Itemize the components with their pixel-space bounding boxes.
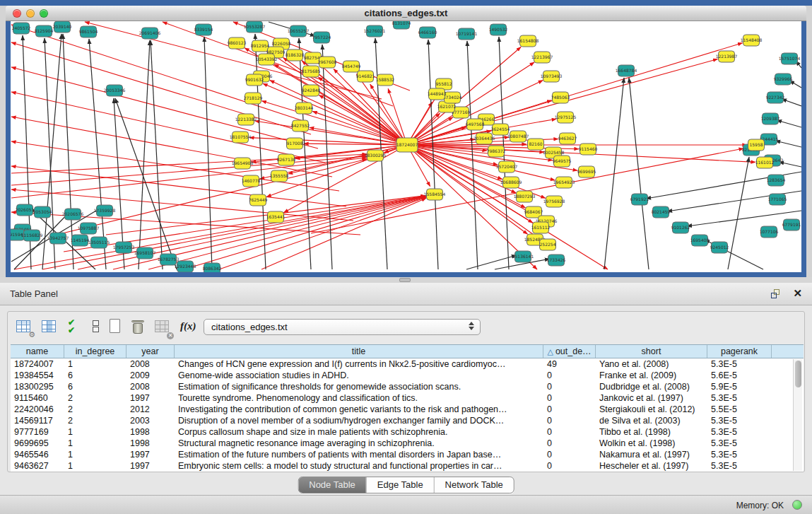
table-cell[interactable]: 1	[64, 426, 126, 438]
table-row[interactable]: 969969511998Structural magnetic resonanc…	[11, 438, 804, 449]
graph-edge[interactable]	[782, 99, 801, 106]
graph-node[interactable]	[303, 66, 319, 77]
graph-edge[interactable]	[268, 51, 407, 145]
table-cell[interactable]: 0	[543, 370, 596, 381]
table-cell[interactable]: 18300295	[11, 381, 64, 392]
graph-node[interactable]	[757, 157, 773, 168]
graph-edge[interactable]	[89, 39, 106, 269]
table-cell[interactable]: 1	[64, 460, 126, 472]
table-settings-button[interactable]: ⚙	[15, 318, 33, 337]
table-cell[interactable]: 1998	[126, 426, 175, 438]
table-row[interactable]: 1830029562008Estimation of significance …	[11, 381, 804, 392]
graph-node[interactable]	[54, 21, 71, 33]
create-table-button[interactable]	[107, 318, 125, 337]
table-cell[interactable]: 5.9E-5	[707, 381, 772, 392]
graph-node[interactable]	[554, 156, 570, 167]
table-cell[interactable]: 6	[64, 381, 126, 392]
table-cell[interactable]: 22420046	[11, 404, 64, 415]
graph-node[interactable]	[503, 177, 519, 188]
table-cell[interactable]: Jankovic et al. (1997)	[596, 392, 707, 404]
graph-node[interactable]	[204, 263, 220, 272]
graph-node[interactable]	[394, 21, 410, 29]
graph-node[interactable]	[229, 37, 245, 49]
graph-node[interactable]	[252, 40, 269, 52]
graph-node[interactable]	[499, 161, 515, 173]
graph-node[interactable]	[719, 51, 735, 62]
graph-node[interactable]	[476, 133, 493, 144]
graph-node[interactable]	[250, 194, 266, 206]
table-cell[interactable]: 2	[64, 392, 126, 404]
table-cell[interactable]: 1	[64, 358, 126, 370]
graph-node[interactable]	[768, 175, 784, 186]
tab-node-table[interactable]: Node Table	[298, 477, 366, 493]
table-cell[interactable]: Franke et al. (2009)	[596, 370, 707, 381]
table-cell[interactable]: Wolkin et al. (1998)	[596, 438, 707, 449]
graph-node[interactable]	[367, 25, 383, 37]
graph-node[interactable]	[553, 92, 569, 103]
graph-node[interactable]	[420, 27, 436, 38]
table-cell[interactable]: Tibbo et al. (1998)	[596, 426, 707, 438]
graph-edge[interactable]	[629, 78, 649, 269]
graph-node[interactable]	[287, 49, 303, 61]
graph-node[interactable]	[11, 229, 25, 240]
graph-edge[interactable]	[322, 45, 332, 269]
graph-node[interactable]	[517, 191, 533, 202]
graph-node[interactable]	[534, 52, 551, 63]
graph-node[interactable]	[784, 219, 800, 230]
splitter-grip-icon[interactable]	[399, 278, 411, 282]
table-cell[interactable]: 0	[543, 460, 596, 472]
graph-node[interactable]	[24, 230, 40, 241]
graph-node[interactable]	[775, 74, 792, 85]
table-row[interactable]: 946554611997Estimation of the future num…	[11, 449, 804, 460]
network-canvas[interactable]: 1872400718300295240557281259042039140986…	[11, 21, 801, 272]
table-cell[interactable]: Stergiakouli et al. (2012)	[596, 404, 707, 415]
table-cell[interactable]: 0	[543, 449, 596, 460]
table-cell[interactable]: 0	[543, 392, 596, 404]
graph-node[interactable]	[81, 26, 97, 37]
graph-node[interactable]	[467, 119, 483, 130]
graph-edge[interactable]	[11, 67, 318, 148]
table-cell[interactable]: Structural magnetic resonance image aver…	[175, 438, 543, 449]
graph-node[interactable]	[271, 170, 288, 182]
table-cell[interactable]: 2003	[126, 415, 175, 426]
graph-node[interactable]	[540, 239, 556, 250]
row-height-button[interactable]	[87, 318, 105, 337]
graph-node[interactable]	[247, 74, 263, 86]
graph-node[interactable]	[579, 166, 595, 177]
graph-edge[interactable]	[255, 34, 266, 269]
graph-node[interactable]	[91, 237, 107, 248]
graph-node[interactable]	[160, 254, 177, 265]
graph-node[interactable]	[65, 209, 81, 220]
table-cell[interactable]: 9465546	[11, 449, 64, 460]
graph-node[interactable]	[767, 92, 784, 103]
graph-node[interactable]	[287, 138, 303, 149]
column-header-pagerank[interactable]: pagerank	[707, 345, 772, 358]
table-cell[interactable]: 0	[543, 415, 596, 426]
graph-node[interactable]	[520, 35, 536, 47]
table-cell[interactable]: 0	[543, 426, 596, 438]
graph-node[interactable]	[17, 204, 33, 216]
graph-node[interactable]	[13, 23, 30, 34]
column-header-short[interactable]: short	[596, 345, 707, 358]
close-panel-icon[interactable]: ✕	[793, 287, 802, 300]
table-cell[interactable]: 9115460	[11, 392, 64, 404]
table-cell[interactable]: 14569117	[11, 415, 64, 426]
graph-node[interactable]	[358, 71, 374, 82]
tab-network-table[interactable]: Network Table	[434, 477, 514, 493]
function-builder-button[interactable]: f(x)	[180, 320, 196, 332]
tab-edge-table[interactable]: Edge Table	[366, 477, 434, 493]
table-cell[interactable]: 6	[64, 370, 126, 381]
graph-edge[interactable]	[777, 120, 801, 127]
graph-node[interactable]	[247, 21, 263, 33]
table-cell[interactable]: 1	[64, 449, 126, 460]
graph-node[interactable]	[107, 85, 123, 96]
graph-node[interactable]	[673, 222, 689, 233]
graph-node[interactable]	[556, 177, 572, 188]
graph-edge[interactable]	[139, 40, 150, 269]
graph-node[interactable]	[560, 133, 576, 144]
graph-node[interactable]	[543, 71, 560, 82]
table-row[interactable]: 977716911998Corpus callosum shape and si…	[11, 426, 804, 438]
table-cell[interactable]: 1997	[126, 392, 175, 404]
graph-node[interactable]	[510, 131, 526, 142]
graph-node[interactable]	[445, 92, 461, 103]
